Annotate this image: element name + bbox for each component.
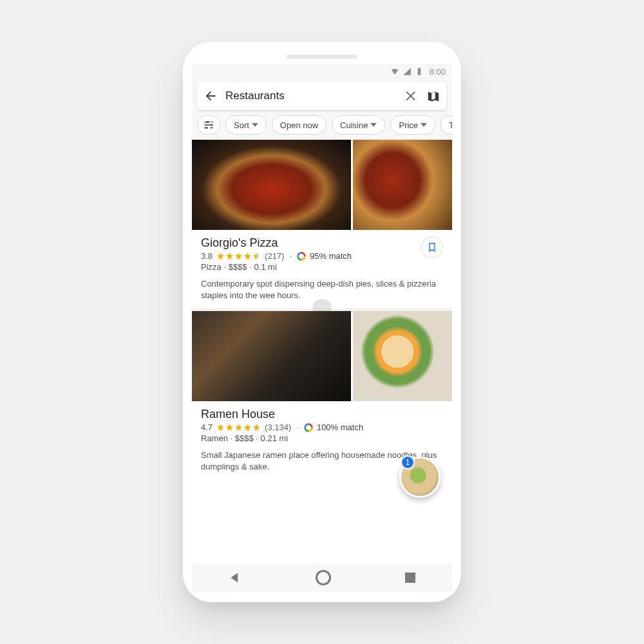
chip-label: Price — [399, 120, 418, 130]
app-screen: 8:00 Restaurants Sort Op — [192, 64, 452, 592]
sort-chip[interactable]: Sort — [225, 115, 267, 135]
review-count: (3,134) — [265, 422, 291, 432]
badge-count: 1 — [406, 458, 410, 467]
chevron-down-icon — [421, 122, 427, 128]
nav-home-button[interactable] — [316, 570, 331, 585]
results-list[interactable]: Giorgio's Pizza 3.8 — [192, 140, 452, 564]
map-icon — [426, 89, 440, 103]
category-text: Ramen — [201, 433, 228, 443]
arrow-back-icon — [204, 89, 218, 103]
phone-frame: 8:00 Restaurants Sort Op — [183, 42, 461, 602]
result-meta-line: 3.8 (217) — [201, 251, 443, 261]
chip-label: Open now — [280, 120, 318, 130]
result-photo[interactable] — [353, 311, 452, 401]
result-subline: Ramen · $$$$ · 0.21 mi — [201, 433, 443, 443]
result-photo[interactable] — [192, 311, 351, 401]
chip-label: T — [449, 120, 452, 130]
filter-options-chip[interactable] — [197, 115, 220, 135]
result-photo[interactable] — [192, 140, 351, 230]
chevron-down-icon — [252, 122, 258, 128]
rating-value: 3.8 — [201, 251, 213, 261]
filter-chips-row: Sort Open now Cuisine Price T — [192, 115, 452, 140]
wifi-icon — [390, 67, 399, 76]
result-meta-line: 4.7 (3,134) — [201, 422, 443, 432]
battery-icon — [415, 67, 424, 76]
result-photos[interactable] — [192, 140, 452, 230]
svg-point-0 — [207, 121, 209, 123]
cuisine-chip[interactable]: Cuisine — [332, 115, 385, 135]
category-text: Pizza — [201, 262, 222, 272]
result-photos[interactable] — [192, 311, 452, 401]
result-subline: Pizza · $$$$ · 0.1 mi — [201, 262, 443, 272]
result-card-ramen[interactable]: Ramen House 4.7 — [192, 311, 452, 480]
back-button[interactable] — [204, 89, 218, 103]
chip-label: Sort — [234, 120, 249, 130]
cellular-icon — [402, 67, 412, 76]
result-description: Contemporary spot dispensing deep-dish p… — [201, 278, 443, 301]
clock-text: 8:00 — [430, 67, 446, 77]
distance-text: 0.21 mi — [261, 433, 289, 443]
result-title: Ramen House — [201, 408, 443, 421]
nav-back-button[interactable] — [229, 571, 242, 584]
result-card-giorgios[interactable]: Giorgio's Pizza 3.8 — [192, 140, 452, 308]
open-now-chip[interactable]: Open now — [272, 115, 327, 135]
star-rating — [216, 423, 261, 431]
price-text: $$$$ — [235, 433, 254, 443]
map-toggle-button[interactable] — [426, 89, 440, 103]
half-star-icon — [252, 423, 261, 431]
chip-label: Cuisine — [340, 120, 368, 130]
close-icon — [404, 89, 419, 103]
match-text: 100% match — [317, 422, 363, 432]
svg-point-1 — [211, 124, 213, 126]
result-title: Giorgio's Pizza — [201, 236, 443, 250]
price-chip[interactable]: Price — [390, 115, 435, 135]
match-ring-icon — [297, 252, 306, 261]
price-text: $$$$ — [229, 262, 247, 272]
review-count: (217) — [265, 251, 284, 261]
search-bar[interactable]: Restaurants — [197, 82, 447, 110]
chevron-down-icon — [370, 122, 377, 128]
match-text: 95% match — [310, 251, 352, 261]
clear-button[interactable] — [404, 89, 419, 103]
phone-speaker — [287, 55, 357, 59]
search-query: Restaurants — [225, 90, 397, 102]
overflow-chip[interactable]: T — [440, 115, 452, 135]
floating-badge[interactable]: 1 — [401, 455, 415, 469]
match-ring-icon — [304, 423, 313, 432]
star-rating — [216, 252, 261, 260]
nav-recents-button[interactable] — [405, 573, 415, 583]
rating-value: 4.7 — [201, 422, 213, 432]
distance-text: 0.1 mi — [254, 262, 276, 272]
status-bar: 8:00 — [192, 64, 452, 79]
android-nav-bar — [192, 564, 452, 592]
result-photo[interactable] — [353, 140, 452, 230]
tune-icon — [203, 119, 214, 131]
save-button[interactable] — [421, 236, 443, 258]
bookmark-icon — [427, 242, 437, 252]
svg-point-2 — [206, 127, 208, 129]
half-star-icon — [252, 252, 261, 260]
